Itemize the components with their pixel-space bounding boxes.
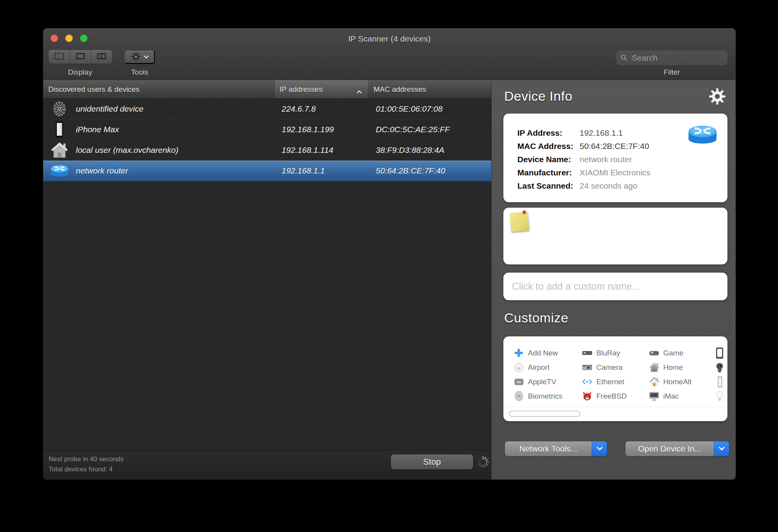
customize-item-bluray[interactable]: BluRay (582, 348, 649, 358)
customize-item-homealt[interactable]: HomeAlt (649, 376, 714, 387)
device-info-fields: IP Address: 192.168.1.1 MAC Address: 50:… (517, 126, 677, 192)
content-area: Discovered users & devices IP addresses … (43, 80, 736, 480)
customize-item-appletv[interactable]: atv AppleTV (513, 376, 582, 387)
customize-item-airport[interactable]: Airport (513, 362, 582, 373)
table-header: Discovered users & devices IP addresses … (43, 80, 491, 99)
home-icon (649, 362, 659, 373)
add-new-icon (513, 348, 524, 358)
display-mode-single-pane-button[interactable] (70, 50, 91, 64)
device-row-local-user[interactable]: local user (max.ovcharenko) 192.168.1.11… (43, 140, 491, 161)
customize-item-lightbulb[interactable] (714, 391, 730, 401)
open-device-in-dropdown[interactable]: Open Device In... (626, 441, 729, 456)
device-info-title: Device Info (504, 89, 573, 104)
customize-item-home[interactable]: Home (649, 362, 714, 373)
gear-icon (131, 52, 141, 63)
iphone-side-icon (714, 376, 725, 387)
window-chrome: IP Scanner (4 devices) (43, 28, 736, 80)
network-tools-label: Network Tools... (505, 441, 592, 456)
search-icon (620, 54, 627, 61)
status-bar: Next probe in 40 seconds Total devices f… (43, 450, 491, 480)
custom-name-input[interactable] (503, 273, 727, 300)
chevron-down-icon (144, 54, 149, 60)
homealt-icon (649, 376, 659, 387)
svg-text:atv: atv (517, 380, 521, 384)
field-manufacturer: Manufacturer: XIAOMI Electronics (517, 166, 677, 179)
customize-item-freebsd[interactable]: FreeBSD (582, 391, 649, 401)
display-mode-dashed-button[interactable] (49, 50, 70, 64)
column-header-devices[interactable]: Discovered users & devices (43, 80, 275, 99)
device-row-iphone[interactable]: iPhone Max 192.168.1.199 DC:0C:5C:AE:25:… (43, 119, 491, 140)
device-table: Discovered users & devices IP addresses … (43, 80, 491, 480)
display-mode-split-pane-button[interactable] (91, 50, 112, 64)
sticky-note-icon (510, 212, 529, 232)
table-body: unidentified device 224.6.7.8 01:00:5E:0… (43, 99, 491, 451)
router-icon (49, 164, 70, 177)
iphone-icon (49, 121, 70, 138)
imac-icon (649, 391, 659, 401)
house-icon (49, 142, 70, 158)
customize-item-imac[interactable]: iMac (649, 391, 714, 401)
device-row-network-router[interactable]: network router 192.168.1.1 50:64:2B:CE:7… (43, 161, 491, 181)
total-devices-status: Total devices found: 4 (49, 466, 112, 473)
customize-item-tablet[interactable] (714, 348, 730, 358)
screen: IP Scanner (4 devices) (0, 0, 778, 532)
customize-item-security-camera[interactable] (714, 362, 730, 373)
display-mode-segmented-control (49, 50, 112, 64)
tools-label: Tools (131, 68, 148, 77)
airport-icon (513, 362, 524, 373)
progress-spinner-icon (477, 455, 490, 470)
game-icon (649, 348, 659, 358)
search-field (616, 50, 727, 65)
column-header-mac[interactable]: MAC addresses (368, 80, 491, 99)
device-row-unidentified[interactable]: unidentified device 224.6.7.8 01:00:5E:0… (43, 99, 491, 119)
window-title: IP Scanner (4 devices) (43, 34, 736, 44)
fingerprint-icon (49, 101, 70, 117)
customize-item-game[interactable]: Game (649, 348, 714, 358)
customize-item-iphone-side[interactable] (714, 376, 730, 387)
customize-item-biometrics[interactable]: Biometrics (513, 391, 582, 401)
customize-item-camera[interactable]: Camera (582, 362, 649, 373)
router-icon (687, 124, 718, 146)
customize-item-add-new[interactable]: Add New (513, 348, 582, 358)
chevron-down-icon (714, 441, 729, 456)
bluray-icon (582, 348, 592, 358)
appletv-icon: atv (513, 376, 524, 387)
device-info-settings-button[interactable] (709, 88, 726, 105)
tools-dropdown-button[interactable] (124, 50, 155, 64)
device-info-panel: Device Info (491, 80, 736, 480)
ip-scanner-window: IP Scanner (4 devices) (43, 28, 736, 480)
field-mac-address: MAC Address: 50:64:2B:CE:7F:40 (517, 140, 677, 153)
ethernet-icon (582, 376, 592, 387)
open-device-in-label: Open Device In... (626, 441, 714, 456)
sort-ascending-icon (357, 87, 362, 96)
lightbulb-icon (714, 391, 725, 401)
field-device-name: Device Name: network router (517, 153, 677, 166)
gear-icon (709, 100, 726, 106)
tablet-icon (714, 348, 725, 358)
solid-rect-icon (75, 52, 86, 61)
customize-item-ethernet[interactable]: Ethernet (582, 376, 649, 387)
camera-icon (582, 362, 592, 373)
device-info-card: IP Address: 192.168.1.1 MAC Address: 50:… (503, 114, 727, 202)
split-rect-icon (96, 52, 107, 61)
search-input[interactable] (631, 50, 725, 66)
network-tools-dropdown[interactable]: Network Tools... (505, 441, 607, 456)
freebsd-icon (582, 391, 592, 401)
field-ip-address: IP Address: 192.168.1.1 (517, 126, 677, 140)
dashed-rect-icon (54, 52, 64, 61)
notes-card[interactable] (503, 208, 727, 264)
customize-scrollbar[interactable] (509, 411, 580, 417)
chevron-down-icon (592, 441, 607, 456)
field-last-scanned: Last Scanned: 24 seconds ago (517, 179, 677, 192)
biometrics-icon (513, 391, 524, 401)
customize-grid: Add New BluRay Game (513, 346, 730, 403)
customize-card: Add New BluRay Game (503, 336, 727, 421)
empty-rows-area (43, 181, 491, 451)
display-label: Display (68, 68, 92, 77)
next-probe-status: Next probe in 40 seconds (49, 455, 124, 463)
security-camera-icon (714, 362, 725, 373)
column-header-ip[interactable]: IP addresses (275, 80, 369, 99)
customize-title: Customize (504, 310, 568, 326)
filter-label: Filter (664, 68, 680, 77)
stop-button[interactable]: Stop (391, 455, 473, 469)
